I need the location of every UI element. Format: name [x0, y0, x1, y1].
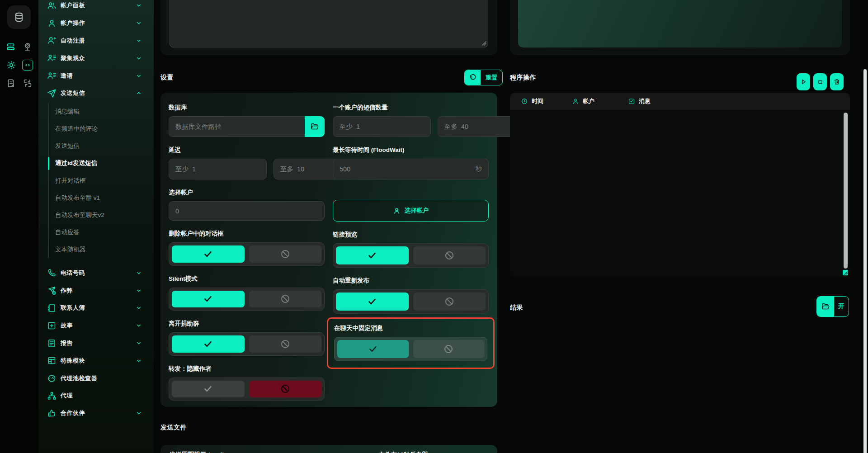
table-resize-grip[interactable]	[843, 270, 848, 275]
sidebar-item-reports[interactable]: 报告	[38, 335, 154, 352]
sidebar-item-label: 代理池检查器	[61, 374, 142, 382]
audience-icon	[47, 53, 57, 63]
submenu-item-send-sms-by-id[interactable]: 通过id发送短信	[55, 155, 154, 172]
sidebar-item-cheat[interactable]: 作弊	[38, 282, 154, 299]
play-button[interactable]	[797, 73, 810, 90]
sidebar-item-label: 合作伙伴	[61, 409, 136, 417]
operations-table-header: 时间 帐户 消息	[510, 93, 850, 110]
chevron-down-icon	[136, 73, 142, 79]
sidebar-item-label: 联系人簿	[61, 304, 136, 312]
swap-icon[interactable]	[22, 78, 33, 89]
sidebar-item-accounts-panel[interactable]: 帐户面板	[38, 0, 154, 14]
toggle-yes-button[interactable]	[172, 291, 245, 307]
resize-grip-icon[interactable]	[481, 40, 486, 46]
check-icon	[203, 293, 213, 304]
reset-button[interactable]: 重置	[464, 70, 503, 85]
document-check-icon[interactable]	[6, 78, 17, 89]
chevron-down-icon	[136, 288, 142, 294]
submenu-item-text-randomizer[interactable]: 文本随机器	[55, 241, 154, 258]
sidebar-item-gather-audience[interactable]: 聚集观众	[38, 49, 154, 67]
database-path-input[interactable]	[175, 123, 298, 130]
toggle-no-button[interactable]	[413, 293, 486, 311]
sidebar-item-send-sms[interactable]: 发送短信	[38, 85, 154, 102]
account-count-input[interactable]	[175, 208, 318, 215]
toggle-no-button[interactable]	[249, 245, 322, 262]
toggle-yes-button[interactable]	[336, 246, 409, 264]
choose-account-button[interactable]: 选择帐户	[333, 200, 489, 222]
ban-icon	[444, 250, 455, 261]
server-check-icon[interactable]	[6, 42, 17, 52]
gear-icon[interactable]	[6, 60, 17, 71]
ban-icon	[280, 293, 291, 304]
ban-icon	[443, 344, 454, 354]
sidebar-item-special-modules[interactable]: 特殊模块	[38, 352, 154, 369]
submenu-item-auto-post-chat-v2[interactable]: 自动发布至聊天v2	[55, 207, 154, 224]
operations-buttons	[797, 73, 844, 90]
reset-button-label: 重置	[481, 70, 502, 85]
toggle-no-button[interactable]	[249, 335, 322, 352]
chevron-down-icon	[136, 322, 142, 329]
reset-icon	[465, 70, 481, 85]
toggle-yes-button[interactable]	[337, 340, 409, 358]
sidebar-item-phone-numbers[interactable]: 电话号码	[38, 264, 154, 282]
code-window-icon[interactable]	[22, 60, 33, 71]
phone-icon	[47, 268, 57, 278]
sidebar-item-stories[interactable]: 故事	[38, 317, 154, 335]
submenu-item-open-dialog[interactable]: 打开对话框	[55, 172, 154, 189]
sms-min-input[interactable]	[340, 123, 424, 130]
icon-rail	[0, 0, 38, 453]
sidebar-item-label: 帐户操作	[61, 19, 136, 27]
chevron-down-icon	[136, 410, 142, 416]
toggle-no-button[interactable]	[413, 246, 486, 264]
toggle-yes-button[interactable]	[172, 381, 245, 397]
database-app-button[interactable]	[7, 5, 31, 29]
database-browse-button[interactable]	[305, 116, 325, 137]
send-files-title: 发送文件	[160, 424, 187, 432]
play-icon	[800, 78, 807, 85]
message-text-card	[160, 0, 497, 55]
forward-hide-author-label: 转发：隐藏作者	[169, 365, 325, 373]
delete-dialogs-label: 删除帐户中的对话框	[169, 230, 325, 238]
sidebar-item-invite[interactable]: 邀请	[38, 67, 154, 85]
gauge-icon	[47, 373, 57, 383]
toggle-no-button[interactable]	[249, 381, 322, 397]
settings-card: 数据库 延迟 选择帐户 删除帐户中的对话框 Silent模式	[160, 93, 497, 407]
choose-account-button-label: 选择帐户	[405, 207, 429, 215]
sidebar-item-proxy-pool-checker[interactable]: 代理池检查器	[38, 369, 154, 387]
toggle-yes-button[interactable]	[172, 335, 245, 352]
submenu-item-auto-reply[interactable]: 自动应答	[55, 224, 154, 241]
delete-button[interactable]	[830, 73, 844, 90]
self-destruct-label: 文件在10秒后自毁	[379, 451, 429, 453]
submenu-item-send-sms[interactable]: 发送短信	[55, 137, 154, 155]
toggle-no-button[interactable]	[249, 291, 322, 307]
open-result-button[interactable]: 开	[816, 296, 849, 317]
window-scrollbar-thumb[interactable]	[863, 69, 867, 453]
sidebar-item-account-operations[interactable]: 帐户操作	[38, 14, 154, 32]
result-title: 结果	[510, 304, 523, 312]
toggle-no-button[interactable]	[413, 340, 485, 358]
table-scrollbar-thumb[interactable]	[844, 113, 848, 269]
chevron-down-icon	[136, 340, 142, 346]
link-preview-label: 链接预览	[333, 231, 489, 239]
user-plus-icon	[47, 36, 57, 45]
stop-button[interactable]	[813, 73, 827, 90]
floodwait-input[interactable]	[340, 165, 472, 173]
sidebar-item-proxies[interactable]: 代理	[38, 387, 154, 405]
sidebar-item-auto-register[interactable]: 自动注册	[38, 32, 154, 50]
message-textarea[interactable]	[170, 0, 488, 47]
user-camera-icon[interactable]	[22, 42, 33, 52]
contacts-book-icon	[47, 303, 57, 313]
sidebar-item-label: 帐户面板	[61, 1, 136, 9]
delay-min-input[interactable]	[175, 165, 260, 173]
sidebar-item-partners[interactable]: 合作伙伴	[38, 405, 154, 422]
send-files-card: 发送圆圈视频 (mp4) 文件在10秒后自毁	[160, 445, 497, 453]
toggle-yes-button[interactable]	[172, 245, 245, 262]
column-time: 时间	[521, 97, 572, 105]
submenu-item-channel-comments[interactable]: 在频道中的评论	[55, 120, 154, 137]
toggle-yes-button[interactable]	[336, 293, 409, 311]
submenu-item-auto-post-group-v1[interactable]: 自动发布至群 v1	[55, 189, 154, 207]
submenu-item-message-edit[interactable]: 消息编辑	[55, 103, 154, 120]
leave-donor-groups-toggle	[169, 332, 325, 355]
sidebar-item-label: 自动注册	[61, 37, 136, 45]
sidebar-item-contacts-book[interactable]: 联系人簿	[38, 299, 154, 317]
